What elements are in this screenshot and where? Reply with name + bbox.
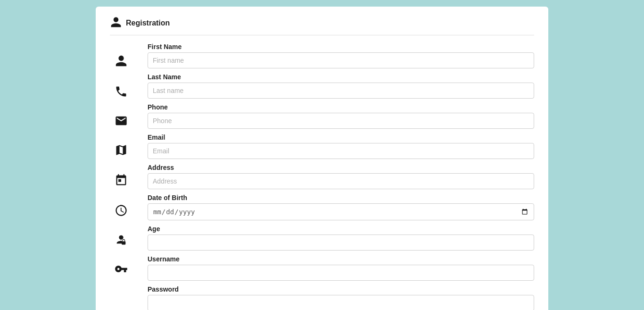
email-label: Email: [148, 134, 534, 141]
age-group: Age: [148, 225, 534, 251]
phone-label: Phone: [148, 103, 534, 111]
person-icon: [115, 54, 128, 69]
username-group: Username: [148, 255, 534, 281]
card-title-text: Registration: [126, 19, 170, 27]
email-input[interactable]: [148, 143, 534, 159]
registration-card: Registration: [96, 7, 548, 310]
form-layout: First Name Last Name Phone Email Address: [110, 43, 534, 310]
email-icon: [115, 114, 128, 129]
phone-group: Phone: [148, 103, 534, 129]
email-group: Email: [148, 134, 534, 159]
fields-column: First Name Last Name Phone Email Address: [148, 43, 534, 310]
first-name-input[interactable]: [148, 52, 534, 68]
icons-column: [110, 43, 148, 310]
email-icon-row: [110, 107, 148, 136]
password-icon-row: [110, 255, 148, 285]
username-input[interactable]: [148, 265, 534, 281]
last-name-group: Last Name: [148, 73, 534, 99]
password-label: Password: [148, 285, 534, 293]
first-name-group: First Name: [148, 43, 534, 68]
password-group: Password: [148, 285, 534, 310]
dob-input[interactable]: [148, 203, 534, 220]
address-input[interactable]: [148, 173, 534, 189]
map-icon: [115, 143, 128, 159]
age-input[interactable]: [148, 235, 534, 251]
last-name-input[interactable]: [148, 83, 534, 99]
user-lock-icon: [115, 233, 128, 248]
phone-icon-row: [110, 78, 148, 107]
age-label: Age: [148, 225, 534, 233]
username-label: Username: [148, 255, 534, 263]
age-icon-row: [110, 197, 148, 226]
card-title: Registration: [110, 16, 534, 35]
phone-icon: [115, 85, 128, 100]
key-icon: [115, 262, 128, 277]
dob-icon-row: [110, 166, 148, 197]
dob-group: Date of Birth: [148, 194, 534, 220]
first-name-label: First Name: [148, 43, 534, 50]
last-name-label: Last Name: [148, 73, 534, 81]
username-icon-row: [110, 226, 148, 255]
password-input[interactable]: [148, 295, 534, 310]
dob-label: Date of Birth: [148, 194, 534, 201]
clock-icon: [115, 204, 128, 219]
address-label: Address: [148, 164, 534, 171]
phone-input[interactable]: [148, 113, 534, 129]
title-user-icon: [110, 16, 122, 30]
address-icon-row: [110, 136, 148, 166]
calendar-icon: [115, 174, 128, 189]
user-icon-row: [110, 46, 148, 78]
address-group: Address: [148, 164, 534, 189]
